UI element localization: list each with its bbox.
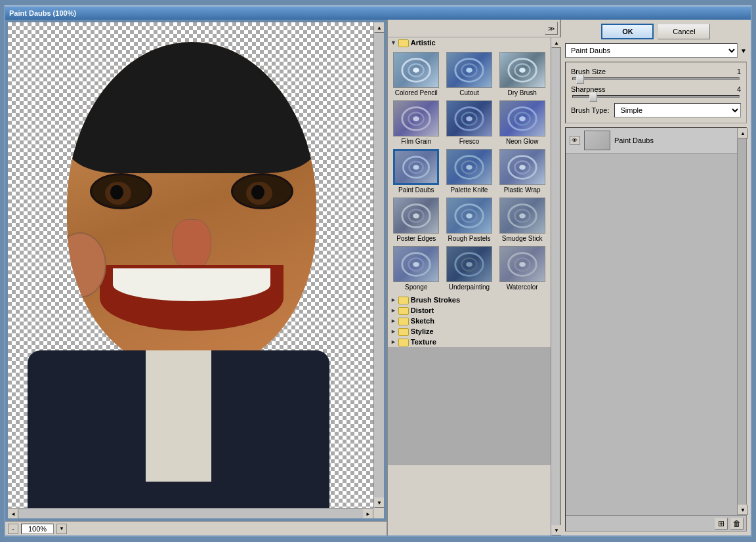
filter-item-dry-brush[interactable]: Dry Brush — [496, 51, 548, 98]
category-brush-strokes-header[interactable]: ► Brush Strokes — [388, 295, 551, 305]
zoom-dropdown-button[interactable]: ▼ — [56, 524, 67, 534]
new-layer-button[interactable]: ⊞ — [715, 518, 728, 530]
filter-thumb-paint-daubs — [393, 149, 439, 185]
filter-item-plastic-wrap[interactable]: Plastic Wrap — [496, 148, 548, 195]
layer-scroll-track[interactable] — [738, 138, 746, 505]
layer-scroll-area[interactable]: 👁 Paint Daubs — [566, 128, 737, 515]
svg-point-41 — [466, 262, 472, 267]
category-texture-header[interactable]: ► Texture — [388, 337, 551, 347]
filter-label-colored-pencil: Colored Pencil — [395, 89, 438, 96]
shirt — [146, 350, 211, 482]
layer-scrollbar: ▲ ▼ — [737, 128, 746, 515]
filter-item-film-grain[interactable]: Film Grain — [390, 99, 442, 146]
filter-thumb-dry-brush — [499, 52, 545, 88]
category-distort-header[interactable]: ► Distort — [388, 305, 551, 316]
brush-type-select[interactable]: Simple Light Rough Dark Rough Wide Sharp… — [614, 103, 741, 117]
svg-point-14 — [466, 116, 472, 121]
svg-point-20 — [413, 165, 419, 169]
filter-panel: ≫ ▼ Artistic — [388, 20, 561, 535]
sharpness-value: 4 — [721, 85, 741, 93]
scroll-down-button[interactable]: ▼ — [374, 497, 384, 508]
brush-type-row: Brush Type: Simple Light Rough Dark Roug… — [571, 103, 741, 117]
nose — [172, 219, 211, 272]
category-artistic-header[interactable]: ▼ Artistic — [388, 37, 551, 48]
jacket — [28, 350, 329, 518]
brush-strokes-arrow-icon: ► — [390, 297, 396, 303]
filter-item-cutout[interactable]: Cutout — [444, 51, 495, 98]
filter-scroll-track[interactable] — [551, 48, 560, 525]
filter-thumb-underpainting — [446, 246, 492, 282]
layer-scroll-down[interactable]: ▼ — [738, 505, 748, 515]
brush-size-track[interactable] — [572, 77, 740, 80]
filter-item-colored-pencil[interactable]: Colored Pencil — [390, 51, 442, 98]
filter-label-paint-daubs: Paint Daubs — [398, 186, 434, 194]
brush-strokes-label: Brush Strokes — [411, 296, 460, 304]
scroll-left-button[interactable]: ◄ — [8, 509, 18, 518]
layer-visibility-icon[interactable]: 👁 — [570, 136, 580, 145]
layer-panel-body: 👁 Paint Daubs ▲ ▼ — [566, 128, 746, 515]
filter-preview-empty — [388, 347, 551, 465]
category-stylize-header[interactable]: ► Stylize — [388, 326, 551, 337]
artistic-folder-icon — [398, 39, 409, 47]
filter-scroll-down[interactable]: ▼ — [551, 525, 562, 535]
category-sketch-header[interactable]: ► Sketch — [388, 316, 551, 326]
ok-button[interactable]: OK — [601, 24, 654, 39]
filter-thumb-poster-edges — [393, 198, 439, 234]
filter-label-dry-brush: Dry Brush — [507, 89, 536, 96]
scroll-track-vertical[interactable] — [374, 33, 384, 497]
filter-item-watercolor[interactable]: Watercolor — [496, 245, 548, 292]
brush-size-thumb[interactable] — [576, 75, 584, 84]
filter-item-poster-edges[interactable]: Poster Edges — [390, 196, 442, 243]
svg-point-32 — [466, 213, 472, 219]
category-distort: ► Distort — [388, 305, 551, 316]
layer-item-paint-daubs[interactable]: 👁 Paint Daubs — [566, 128, 737, 154]
layer-scroll-up[interactable]: ▲ — [738, 128, 748, 138]
collapse-button[interactable]: ≫ — [545, 22, 558, 35]
stylize-folder-icon — [398, 328, 409, 336]
filter-scroll-area[interactable]: ▼ Artistic Colored Pencil — [388, 37, 551, 535]
filter-thumb-palette-knife — [446, 149, 492, 185]
brush-type-label: Brush Type: — [571, 106, 610, 114]
filter-select-arrow[interactable]: ▼ — [740, 47, 747, 54]
image-content — [28, 22, 349, 518]
sketch-label: Sketch — [411, 317, 434, 325]
filter-thumb-sponge — [393, 246, 439, 282]
filter-select-dropdown[interactable]: Paint Daubs Colored Pencil Cutout Dry Br… — [565, 43, 738, 58]
layer-panel: 👁 Paint Daubs ▲ ▼ ⊞ — [565, 127, 747, 532]
brush-size-setting: Brush Size 1 — [571, 68, 741, 80]
cancel-button[interactable]: Cancel — [658, 24, 710, 39]
window-title: Paint Daubs (100%) — [9, 9, 76, 17]
distort-label: Distort — [411, 306, 434, 314]
svg-point-11 — [413, 116, 419, 121]
filter-thumb-film-grain — [393, 100, 439, 136]
delete-layer-button[interactable]: 🗑 — [730, 518, 744, 530]
filter-item-smudge-stick[interactable]: Smudge Stick — [496, 196, 548, 243]
filter-item-rough-pastels[interactable]: Rough Pastels — [444, 196, 495, 243]
zoom-out-button[interactable]: - — [8, 524, 18, 534]
filter-label-sponge: Sponge — [405, 283, 427, 291]
right-eye — [231, 173, 293, 209]
sharpness-setting: Sharpness 4 — [571, 85, 741, 98]
filter-item-palette-knife[interactable]: Palette Knife — [444, 148, 495, 195]
horizontal-scrollbar: ◄ ► — [8, 508, 373, 518]
scroll-track-horizontal[interactable] — [18, 509, 363, 518]
brush-size-value: 1 — [721, 68, 741, 75]
scroll-up-button[interactable]: ▲ — [374, 22, 384, 33]
filter-scroll-up[interactable]: ▲ — [551, 37, 562, 48]
filter-label-cutout: Cutout — [459, 89, 478, 96]
settings-panel: Brush Size 1 Sharpness 4 — [565, 62, 747, 123]
filter-item-paint-daubs[interactable]: Paint Daubs — [390, 148, 442, 195]
filter-thumb-colored-pencil — [393, 52, 439, 88]
filter-item-neon-glow[interactable]: Neon Glow — [496, 99, 548, 146]
filter-item-fresco[interactable]: Fresco — [444, 99, 495, 146]
distort-folder-icon — [398, 307, 409, 315]
face-shape — [67, 42, 316, 370]
filter-label-neon-glow: Neon Glow — [506, 138, 538, 145]
filter-label-smudge-stick: Smudge Stick — [502, 235, 543, 242]
scroll-right-button[interactable]: ► — [363, 509, 373, 518]
sharpness-track[interactable] — [572, 95, 740, 98]
filter-item-sponge[interactable]: Sponge — [390, 245, 442, 292]
svg-point-5 — [466, 68, 472, 73]
filter-item-underpainting[interactable]: Underpainting — [444, 245, 495, 292]
sharpness-thumb[interactable] — [589, 93, 597, 102]
